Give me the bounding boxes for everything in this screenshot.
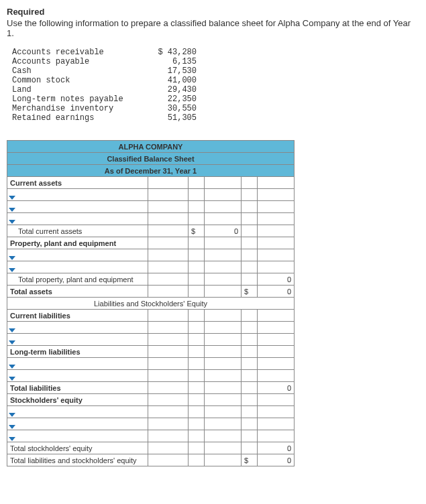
value-cell[interactable] — [258, 225, 295, 237]
account-label: Accounts receivable — [12, 48, 146, 57]
value-cell[interactable] — [258, 322, 295, 334]
value-cell[interactable] — [205, 406, 242, 418]
value-cell[interactable] — [148, 261, 189, 273]
value-cell[interactable] — [205, 189, 242, 201]
value-cell[interactable] — [258, 261, 295, 273]
cur-cell — [189, 394, 205, 406]
value-cell[interactable] — [205, 177, 242, 189]
account-dropdown[interactable] — [7, 201, 148, 213]
cur-cell — [189, 201, 205, 213]
account-dropdown[interactable] — [7, 370, 148, 382]
value-cell[interactable]: 0 — [258, 382, 295, 394]
instructions-text: Use the following information to prepare… — [7, 18, 419, 38]
value-cell[interactable] — [205, 358, 242, 370]
value-cell[interactable] — [148, 442, 189, 454]
cur-cell — [189, 418, 205, 430]
value-cell[interactable] — [148, 237, 189, 249]
value-cell[interactable] — [205, 418, 242, 430]
value-cell[interactable] — [205, 334, 242, 346]
value-cell[interactable] — [148, 346, 189, 358]
value-cell[interactable] — [205, 430, 242, 442]
value-cell[interactable] — [258, 394, 295, 406]
value-cell[interactable] — [148, 310, 189, 322]
value-cell[interactable]: 0 — [258, 454, 295, 466]
value-cell[interactable] — [148, 430, 189, 442]
value-cell[interactable] — [258, 358, 295, 370]
value-cell[interactable] — [205, 370, 242, 382]
value-cell[interactable] — [205, 322, 242, 334]
cur-cell — [189, 322, 205, 334]
value-cell[interactable] — [258, 406, 295, 418]
cur-cell: $ — [242, 454, 258, 466]
cur-cell — [242, 310, 258, 322]
value-cell[interactable] — [205, 286, 242, 298]
value-cell[interactable] — [148, 249, 189, 261]
value-cell[interactable] — [205, 261, 242, 273]
value-cell[interactable] — [148, 334, 189, 346]
value-cell[interactable] — [258, 310, 295, 322]
value-cell[interactable]: 0 — [258, 286, 295, 298]
value-cell[interactable] — [258, 346, 295, 358]
cur-cell — [189, 261, 205, 273]
value-cell[interactable] — [205, 201, 242, 213]
section-stockholders-equity: Stockholders' equity — [7, 394, 148, 406]
cur-cell — [189, 177, 205, 189]
value-cell[interactable] — [258, 249, 295, 261]
value-cell[interactable] — [205, 273, 242, 286]
value-cell[interactable] — [148, 370, 189, 382]
value-cell[interactable] — [148, 454, 189, 466]
account-dropdown[interactable] — [7, 249, 148, 261]
cur-cell: $ — [242, 286, 258, 298]
value-cell[interactable] — [258, 334, 295, 346]
value-cell[interactable]: 0 — [258, 442, 295, 454]
bs-header-date: As of December 31, Year 1 — [7, 165, 295, 177]
account-dropdown[interactable] — [7, 430, 148, 442]
value-cell[interactable] — [205, 249, 242, 261]
value-cell[interactable] — [205, 310, 242, 322]
value-cell[interactable] — [258, 213, 295, 225]
account-dropdown[interactable] — [7, 358, 148, 370]
value-cell[interactable] — [205, 454, 242, 466]
cur-cell — [242, 442, 258, 454]
cur-cell — [189, 334, 205, 346]
value-cell[interactable] — [205, 346, 242, 358]
value-cell[interactable] — [148, 322, 189, 334]
value-cell[interactable] — [148, 189, 189, 201]
account-dropdown[interactable] — [7, 334, 148, 346]
value-cell[interactable] — [205, 442, 242, 454]
account-label: Merchandise inventory — [12, 104, 146, 113]
account-value: 17,530 — [146, 66, 197, 76]
cur-cell — [242, 201, 258, 213]
cur-cell — [242, 406, 258, 418]
value-cell[interactable] — [148, 273, 189, 286]
value-cell[interactable] — [148, 382, 189, 394]
value-cell[interactable] — [148, 286, 189, 298]
account-dropdown[interactable] — [7, 322, 148, 334]
value-cell[interactable] — [258, 189, 295, 201]
value-cell[interactable] — [148, 213, 189, 225]
value-cell[interactable] — [205, 394, 242, 406]
account-dropdown[interactable] — [7, 261, 148, 273]
value-cell[interactable] — [148, 406, 189, 418]
value-cell[interactable]: 0 — [258, 273, 295, 286]
value-cell[interactable] — [258, 201, 295, 213]
value-cell[interactable] — [205, 237, 242, 249]
value-cell[interactable] — [258, 370, 295, 382]
value-cell[interactable] — [148, 418, 189, 430]
value-cell[interactable] — [258, 430, 295, 442]
value-cell[interactable] — [258, 418, 295, 430]
account-dropdown[interactable] — [7, 406, 148, 418]
account-dropdown[interactable] — [7, 418, 148, 430]
value-cell[interactable] — [258, 237, 295, 249]
value-cell[interactable] — [258, 177, 295, 189]
account-dropdown[interactable] — [7, 213, 148, 225]
value-cell[interactable] — [148, 201, 189, 213]
value-cell[interactable] — [148, 358, 189, 370]
value-cell[interactable] — [205, 213, 242, 225]
value-cell[interactable] — [205, 382, 242, 394]
value-cell[interactable] — [148, 394, 189, 406]
value-cell[interactable] — [148, 177, 189, 189]
account-dropdown[interactable] — [7, 189, 148, 201]
value-cell[interactable] — [148, 225, 189, 237]
value-cell[interactable]: 0 — [205, 225, 242, 237]
